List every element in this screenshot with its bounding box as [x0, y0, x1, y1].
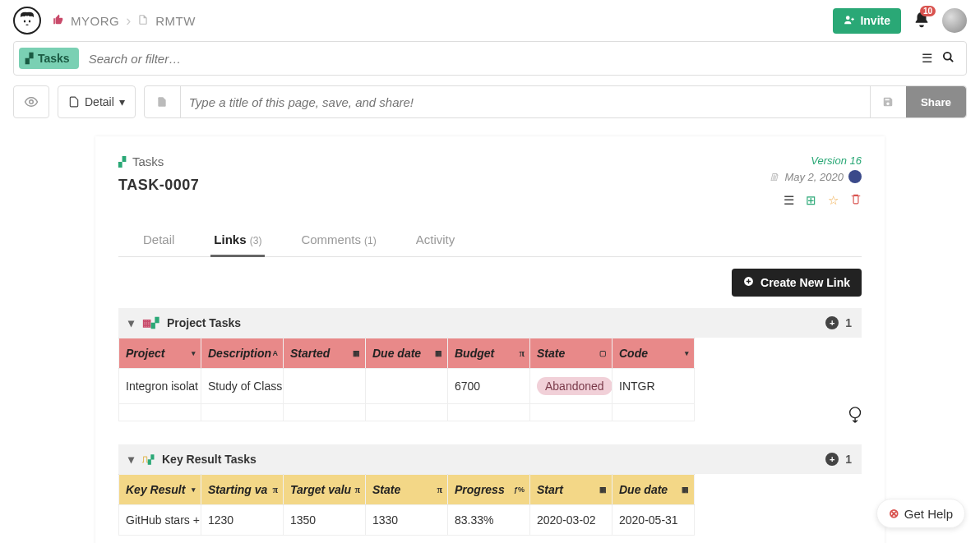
avatar[interactable]	[942, 8, 967, 33]
help-label: Get Help	[904, 507, 953, 521]
svg-point-3	[944, 53, 951, 60]
col-start[interactable]: Start▦	[530, 475, 612, 505]
breadcrumb: MYORG › RMTW	[53, 12, 196, 30]
col-starting-value[interactable]: Starting vaπ	[201, 475, 284, 505]
searchbar: ▞ Tasks ☰	[13, 41, 967, 76]
invite-button[interactable]: Invite	[833, 8, 901, 34]
key-result-icon: ⎍▞	[142, 453, 154, 465]
detail-label: Detail	[85, 95, 114, 108]
col-description[interactable]: DescriptionA	[201, 338, 284, 369]
svg-point-2	[846, 16, 850, 20]
group-add-button[interactable]: +	[825, 453, 839, 466]
number-type-icon: π	[437, 484, 442, 496]
group-key-result-tasks: ▾ ⎍▞ Key Result Tasks + 1 Key Result▾ St…	[118, 444, 862, 536]
thumbs-up-icon	[53, 14, 64, 28]
card-date: May 2, 2020	[784, 171, 844, 183]
notifications-button[interactable]: 10	[913, 11, 931, 31]
task-name: TASK-0007	[118, 177, 199, 194]
sort-icon: ▾	[192, 485, 196, 494]
cell-code: INTGR	[612, 369, 695, 404]
user-plus-icon	[844, 14, 855, 28]
group-title: Project Tasks	[167, 316, 241, 329]
table-row-empty[interactable]	[119, 404, 695, 421]
document-icon	[137, 14, 149, 28]
col-key-result[interactable]: Key Result▾	[119, 475, 201, 505]
visibility-button[interactable]	[13, 85, 49, 118]
collapse-toggle[interactable]: ▾	[128, 453, 134, 466]
list-icon[interactable]: ☰	[784, 193, 794, 208]
calendar-icon: 🗎	[769, 171, 779, 183]
card-crumb[interactable]: Tasks	[132, 154, 164, 168]
help-close-icon: ⊗	[889, 506, 899, 521]
cell-progress: 83.33%	[448, 505, 530, 536]
page-title-bar: Share	[144, 85, 967, 118]
calendar-icon: ▦	[353, 349, 360, 357]
col-state[interactable]: State▢	[530, 338, 612, 369]
col-progress[interactable]: Progressƒ%	[448, 475, 530, 505]
create-link-button[interactable]: Create New Link	[732, 269, 862, 297]
col-project[interactable]: Project▾	[119, 338, 201, 369]
search-input[interactable]	[84, 52, 922, 66]
save-button[interactable]	[870, 86, 906, 117]
author-avatar-small[interactable]	[848, 170, 862, 183]
group-count: 1	[845, 453, 852, 466]
share-button[interactable]: Share	[906, 86, 966, 117]
col-started[interactable]: Started▦	[284, 338, 366, 369]
col-due[interactable]: Due date▦	[366, 338, 448, 369]
plus-circle-icon	[743, 276, 754, 289]
collapse-toggle[interactable]: ▾	[128, 316, 134, 329]
breadcrumb-project[interactable]: RMTW	[155, 14, 196, 28]
trash-icon[interactable]	[850, 193, 862, 208]
invite-label: Invite	[860, 14, 890, 27]
eye-icon	[24, 94, 39, 109]
tasks-icon: ▞	[25, 53, 33, 64]
calendar-icon: ▦	[435, 349, 442, 357]
filter-pill-tasks[interactable]: ▞ Tasks	[19, 48, 79, 69]
table-row[interactable]: GitHub stars + 1230 1350 1330 83.33% 202…	[119, 505, 695, 536]
tab-links[interactable]: Links (3)	[210, 232, 265, 257]
cell-target-v: 1350	[284, 505, 366, 536]
page-doc-icon[interactable]	[145, 86, 181, 117]
page-title-input[interactable]	[181, 86, 870, 117]
cell-description: Study of Class	[201, 369, 284, 404]
tab-activity[interactable]: Activity	[413, 232, 459, 256]
col-budget[interactable]: Budgetπ	[448, 338, 530, 369]
col-state[interactable]: Stateπ	[366, 475, 448, 505]
table-header-row: Key Result▾ Starting vaπ Target valuπ St…	[119, 475, 695, 505]
grid-icon[interactable]: ⊞	[806, 193, 816, 208]
select-type-icon: ▢	[599, 349, 607, 357]
cell-started	[284, 369, 366, 404]
breadcrumb-org[interactable]: MYORG	[71, 14, 119, 28]
cell-start-v: 1230	[201, 505, 284, 536]
col-target-value[interactable]: Target valuπ	[284, 475, 366, 505]
number-type-icon: π	[272, 484, 278, 496]
col-due[interactable]: Due date▦	[612, 475, 695, 505]
date-row: 🗎 May 2, 2020	[769, 170, 862, 183]
svg-point-1	[29, 21, 30, 23]
cursor-icon	[847, 406, 865, 428]
app-logo[interactable]	[13, 7, 41, 35]
calendar-icon: ▦	[682, 485, 689, 494]
list-view-icon[interactable]: ☰	[922, 51, 932, 66]
tab-detail[interactable]: Detail	[140, 232, 178, 256]
svg-point-7	[850, 407, 861, 418]
table-row[interactable]: Integron isolat Study of Class 6700 Aban…	[119, 369, 695, 404]
col-code[interactable]: Code▾	[612, 338, 695, 369]
tab-comments[interactable]: Comments (1)	[298, 232, 379, 256]
cell-due	[366, 369, 448, 404]
number-type-icon: π	[519, 347, 525, 360]
number-type-icon: π	[354, 484, 360, 496]
filter-pill-label: Tasks	[38, 52, 70, 65]
group-add-button[interactable]: +	[825, 316, 839, 329]
version-label[interactable]: Version 16	[769, 154, 862, 167]
star-icon[interactable]: ☆	[828, 193, 839, 208]
search-icon[interactable]	[942, 51, 955, 66]
cell-state: Abandoned	[530, 369, 612, 404]
detail-dropdown[interactable]: Detail ▾	[58, 85, 136, 118]
project-tasks-table: Project▾ DescriptionA Started▦ Due date▦…	[118, 338, 695, 421]
get-help-button[interactable]: ⊗ Get Help	[876, 499, 965, 528]
svg-point-5	[30, 100, 34, 104]
tasks-icon: ▞	[118, 156, 126, 168]
text-type-icon: A	[273, 349, 279, 357]
cell-start: 2020-03-02	[530, 505, 612, 536]
